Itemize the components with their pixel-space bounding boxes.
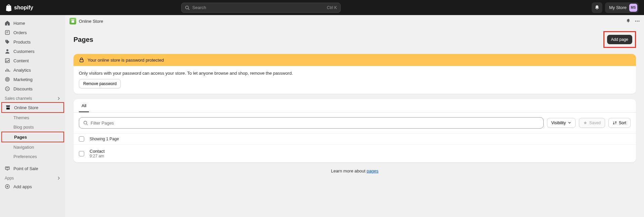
home-icon xyxy=(5,20,10,26)
marketing-icon xyxy=(5,77,10,82)
sales-channels-header: Sales channels xyxy=(0,93,65,102)
breadcrumb: Online Store xyxy=(65,15,644,27)
breadcrumb-label: Online Store xyxy=(79,19,103,24)
showing-count: Showing 1 Page xyxy=(90,137,119,141)
customers-icon xyxy=(5,49,10,54)
svg-rect-12 xyxy=(6,167,9,168)
filter-input[interactable]: Filter Pages xyxy=(79,117,544,129)
sidebar-item-online-store[interactable]: Online Store xyxy=(2,103,63,112)
tabs: All xyxy=(73,99,636,113)
shopify-logo[interactable]: shopify xyxy=(5,4,33,11)
svg-line-19 xyxy=(87,124,88,125)
svg-point-15 xyxy=(637,21,638,22)
svg-rect-17 xyxy=(80,60,83,62)
banner-body-text: Only visitors with your password can acc… xyxy=(79,71,631,76)
svg-point-14 xyxy=(635,21,636,22)
row-time: 9:27 am xyxy=(90,154,105,158)
logo-text: shopify xyxy=(14,5,33,11)
orders-icon xyxy=(5,30,10,35)
row-title: Contact xyxy=(90,149,105,154)
sidebar-item-blog-posts[interactable]: Blog posts xyxy=(0,122,65,132)
svg-rect-2 xyxy=(5,30,9,34)
online-store-app-icon xyxy=(69,18,76,24)
discounts-icon xyxy=(5,86,10,91)
svg-point-6 xyxy=(6,60,7,60)
search-shortcut: Ctrl K xyxy=(327,5,337,10)
highlight-pages: Pages xyxy=(1,132,64,142)
shopify-bag-icon xyxy=(5,4,12,11)
sidebar-item-products[interactable]: Products xyxy=(0,37,65,47)
content-icon xyxy=(5,58,10,63)
sidebar-item-add-apps[interactable]: Add apps xyxy=(0,182,65,191)
store-icon xyxy=(5,105,11,110)
search-placeholder: Search xyxy=(192,5,206,10)
sidebar-item-marketing[interactable]: Marketing xyxy=(0,75,65,84)
add-page-button[interactable]: Add page xyxy=(607,35,632,44)
sort-icon xyxy=(613,121,617,125)
sort-button[interactable]: Sort xyxy=(608,118,631,128)
sidebar-item-analytics[interactable]: Analytics xyxy=(0,65,65,75)
page-title: Pages xyxy=(73,36,93,44)
sidebar-item-preferences[interactable]: Preferences xyxy=(0,152,65,161)
password-banner-card: Your online store is password protected … xyxy=(73,54,636,94)
tab-all[interactable]: All xyxy=(79,99,89,112)
svg-point-16 xyxy=(639,21,640,22)
list-header: Showing 1 Page xyxy=(73,133,636,145)
highlight-online-store: Online Store xyxy=(1,102,64,113)
sidebar-item-point-of-sale[interactable]: Point of Sale xyxy=(0,164,65,173)
store-menu-button[interactable]: My Store MS xyxy=(605,2,639,13)
main-content: Online Store Pages Add page Your online … xyxy=(65,15,644,217)
svg-point-4 xyxy=(6,49,8,51)
notifications-button[interactable] xyxy=(592,2,602,13)
row-checkbox[interactable] xyxy=(79,151,84,156)
sidebar: Home Orders Products Customers Content A… xyxy=(0,15,65,217)
sidebar-item-orders[interactable]: Orders xyxy=(0,28,65,37)
select-all-checkbox[interactable] xyxy=(79,136,84,142)
learn-more-link[interactable]: pages xyxy=(366,168,378,173)
products-icon xyxy=(5,39,10,45)
filter-placeholder: Filter Pages xyxy=(91,121,114,126)
sidebar-item-home[interactable]: Home xyxy=(0,18,65,28)
remove-password-button[interactable]: Remove password xyxy=(79,79,121,88)
search-input[interactable]: Search Ctrl K xyxy=(181,3,341,13)
star-icon xyxy=(583,121,587,125)
table-row[interactable]: Contact 9:27 am xyxy=(73,145,636,162)
search-icon xyxy=(185,5,190,10)
analytics-icon xyxy=(5,67,10,73)
saved-filter-button[interactable]: Saved xyxy=(579,118,605,128)
banner-headline: Your online store is password protected xyxy=(88,58,164,63)
sidebar-item-customers[interactable]: Customers xyxy=(0,47,65,56)
apps-header: Apps xyxy=(0,173,65,182)
bell-icon xyxy=(594,5,600,10)
store-name: My Store xyxy=(609,5,627,10)
banner-header: Your online store is password protected xyxy=(73,54,636,66)
pages-table-card: All Filter Pages Visibility Saved xyxy=(73,99,636,162)
learn-more: Learn more about pages xyxy=(73,168,636,173)
plus-circle-icon xyxy=(5,184,10,189)
sidebar-item-content[interactable]: Content xyxy=(0,56,65,65)
lock-icon xyxy=(79,57,84,63)
svg-point-18 xyxy=(84,121,87,124)
sidebar-item-themes[interactable]: Themes xyxy=(0,113,65,122)
avatar: MS xyxy=(629,4,637,12)
chevron-down-icon xyxy=(568,121,571,125)
search-icon xyxy=(83,121,88,125)
page-header: Pages Add page xyxy=(73,31,636,48)
pin-icon[interactable] xyxy=(626,18,631,24)
svg-point-9 xyxy=(7,79,8,80)
sidebar-item-discounts[interactable]: Discounts xyxy=(0,84,65,93)
svg-line-1 xyxy=(188,8,190,10)
topbar: shopify Search Ctrl K My Store MS xyxy=(0,0,644,15)
pos-icon xyxy=(5,166,10,171)
chevron-right-icon[interactable] xyxy=(57,96,61,100)
highlight-add-page: Add page xyxy=(603,31,636,48)
svg-point-0 xyxy=(186,6,189,9)
sidebar-item-pages[interactable]: Pages xyxy=(2,132,63,142)
visibility-filter-button[interactable]: Visibility xyxy=(547,118,576,128)
svg-point-3 xyxy=(6,41,7,41)
sidebar-item-navigation[interactable]: Navigation xyxy=(0,142,65,152)
chevron-right-icon[interactable] xyxy=(57,176,61,180)
more-icon[interactable] xyxy=(635,18,640,24)
